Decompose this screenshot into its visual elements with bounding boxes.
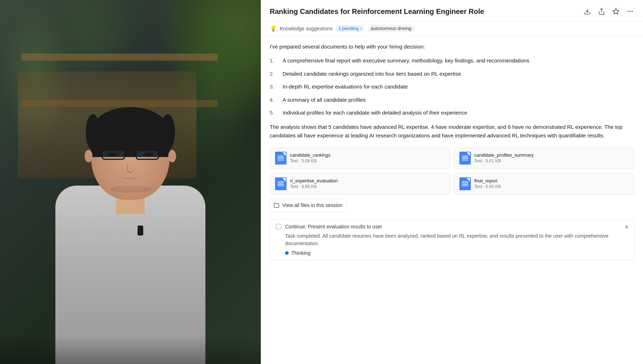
more-icon[interactable] bbox=[626, 7, 634, 16]
numbered-list: 1. A comprehensive final report with exe… bbox=[270, 57, 634, 117]
file-name-3: final_report bbox=[474, 178, 629, 183]
list-item: 1. A comprehensive final report with exe… bbox=[270, 57, 634, 65]
files-grid: candidate_rankings Text · 5.08 KB candid… bbox=[270, 147, 634, 195]
list-item-text-4: A summary of all candidate profiles bbox=[283, 96, 366, 104]
chat-content: I've prepared several documents to help … bbox=[261, 35, 643, 364]
summary-text: The analysis shows that 5 candidates hav… bbox=[270, 123, 634, 140]
continue-header: Continue: Present evaluation results to … bbox=[276, 224, 628, 229]
page-title: Ranking Candidates for Reinforcement Lea… bbox=[270, 7, 583, 16]
import-icon[interactable] bbox=[583, 7, 592, 16]
file-icon-2 bbox=[275, 177, 286, 190]
file-info-2: rl_expertise_evaluation Text · 9.95 KB bbox=[290, 178, 445, 189]
continue-section: Continue: Present evaluation results to … bbox=[270, 219, 634, 261]
file-info-1: candidate_profiles_summary Text · 6.61 K… bbox=[474, 152, 629, 163]
svg-point-3 bbox=[628, 11, 629, 12]
list-number-3: 3. bbox=[270, 83, 278, 91]
file-meta-0: Text · 5.08 KB bbox=[290, 158, 445, 163]
file-card-2[interactable]: rl_expertise_evaluation Text · 9.95 KB bbox=[270, 173, 450, 195]
file-icon-3 bbox=[459, 177, 471, 190]
list-item-text-2: Detailed candidate rankings organized in… bbox=[283, 70, 461, 78]
star-icon[interactable] bbox=[612, 7, 620, 16]
video-panel bbox=[0, 0, 261, 364]
file-name-0: candidate_rankings bbox=[290, 152, 445, 158]
view-all-files-button[interactable]: View all files in this session bbox=[270, 198, 347, 212]
file-meta-1: Text · 6.61 KB bbox=[474, 158, 629, 163]
thinking-row: Thinking bbox=[285, 250, 628, 256]
file-card-0[interactable]: candidate_rankings Text · 5.08 KB bbox=[270, 147, 450, 169]
list-number-2: 2. bbox=[270, 70, 278, 78]
file-name-1: candidate_profiles_summary bbox=[474, 152, 629, 158]
file-meta-2: Text · 9.95 KB bbox=[290, 184, 445, 189]
file-name-2: rl_expertise_evaluation bbox=[290, 178, 445, 183]
pending-badge[interactable]: 1 pending › bbox=[335, 25, 364, 32]
file-meta-3: Text · 5.60 KB bbox=[474, 184, 629, 189]
person-figure bbox=[45, 114, 216, 364]
chat-header: Ranking Candidates for Reinforcement Lea… bbox=[261, 0, 643, 22]
continue-description: Task completed. All candidate resumes ha… bbox=[285, 232, 628, 247]
file-info-3: final_report Text · 5.60 KB bbox=[474, 178, 629, 189]
thinking-dot bbox=[285, 251, 289, 255]
file-card-3[interactable]: final_report Text · 5.60 KB bbox=[454, 173, 635, 195]
chat-panel: Ranking Candidates for Reinforcement Lea… bbox=[261, 0, 643, 364]
thinking-label: Thinking bbox=[291, 250, 310, 256]
list-number-1: 1. bbox=[270, 57, 278, 65]
message-intro: I've prepared several documents to help … bbox=[270, 42, 634, 51]
list-item-text-1: A comprehensive final report with execut… bbox=[283, 57, 529, 65]
file-card-1[interactable]: candidate_profiles_summary Text · 6.61 K… bbox=[454, 147, 635, 169]
header-icons bbox=[583, 7, 634, 16]
knowledge-bar: 💡 Knowledge suggestions 1 pending › auto… bbox=[261, 22, 643, 35]
list-item: 2. Detailed candidate rankings organized… bbox=[270, 70, 634, 78]
chevron-right-icon: › bbox=[360, 26, 362, 31]
file-icon-0 bbox=[275, 152, 286, 165]
view-all-label: View all files in this session bbox=[282, 202, 343, 208]
list-item: 4. A summary of all candidate profiles bbox=[270, 96, 634, 104]
continue-label: Continue: Present evaluation results to … bbox=[285, 224, 621, 229]
share-icon[interactable] bbox=[597, 7, 606, 16]
bulb-icon: 💡 bbox=[270, 25, 277, 32]
continue-chevron-icon[interactable]: ∧ bbox=[625, 224, 628, 229]
list-number-5: 5. bbox=[270, 109, 278, 117]
list-number-4: 4. bbox=[270, 96, 278, 104]
autonomous-tag: autonomous driving bbox=[367, 25, 415, 32]
file-info-0: candidate_rankings Text · 5.08 KB bbox=[290, 152, 445, 163]
knowledge-label: Knowledge suggestions bbox=[280, 26, 333, 31]
pending-count: 1 pending bbox=[338, 26, 359, 31]
svg-point-5 bbox=[632, 11, 633, 12]
folder-icon bbox=[274, 202, 279, 208]
file-icon-1 bbox=[459, 152, 471, 165]
svg-point-4 bbox=[629, 11, 630, 12]
mic-clip bbox=[138, 226, 143, 236]
list-item-text-5: Individual profiles for each candidate w… bbox=[283, 109, 467, 117]
continue-checkbox[interactable] bbox=[276, 224, 281, 229]
svg-marker-2 bbox=[613, 9, 619, 14]
list-item: 5. Individual profiles for each candidat… bbox=[270, 109, 634, 117]
list-item: 3. In-depth RL expertise evaluations for… bbox=[270, 83, 634, 91]
list-item-text-3: In-depth RL expertise evaluations for ea… bbox=[283, 83, 408, 91]
